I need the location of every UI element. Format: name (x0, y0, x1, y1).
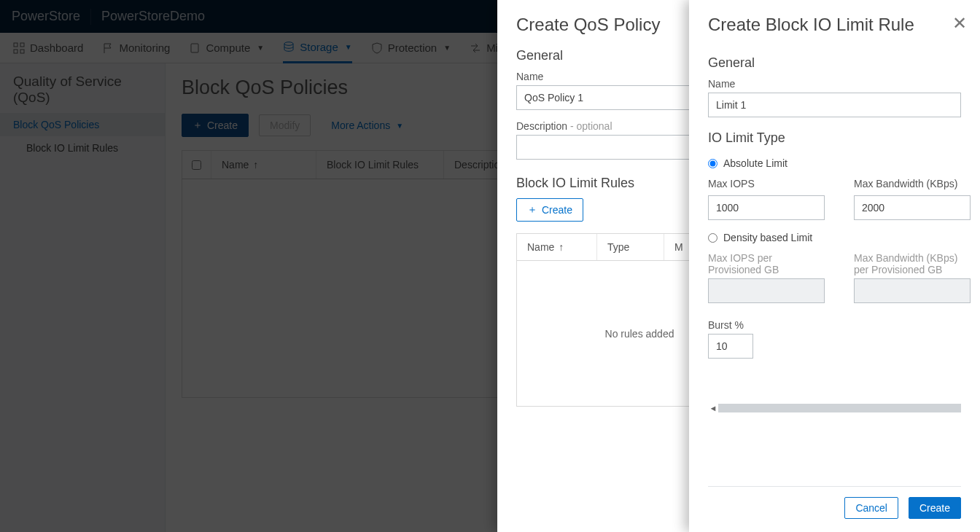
col-type[interactable]: Type (597, 234, 664, 260)
create-rule-button[interactable]: ＋ Create (516, 198, 583, 222)
io-limit-type-heading: IO Limit Type (708, 130, 961, 146)
create-io-limit-rule-panel: ✕ Create Block IO Limit Rule General Nam… (689, 0, 980, 532)
burst-input[interactable] (708, 334, 753, 359)
close-icon[interactable]: ✕ (952, 13, 967, 34)
scroll-left-icon[interactable]: ◄ (708, 404, 718, 412)
create-rule-label: Create (542, 204, 572, 216)
max-iops-gb-input (708, 278, 825, 303)
panel-title: Create Block IO Limit Rule (708, 15, 961, 35)
horizontal-scrollbar[interactable]: ◄ (708, 402, 961, 414)
rules-empty-text: No rules added (605, 328, 674, 340)
cancel-button[interactable]: Cancel (844, 497, 898, 519)
max-bandwidth-label: Max Bandwidth (KBps) (854, 178, 971, 189)
burst-label: Burst % (708, 319, 961, 331)
name-label: Name (708, 78, 961, 90)
section-general: General (708, 55, 961, 71)
create-button[interactable]: Create (909, 497, 961, 519)
density-limit-radio[interactable]: Density based Limit (708, 232, 961, 243)
max-bandwidth-input[interactable] (854, 195, 971, 220)
scroll-track[interactable] (718, 404, 961, 412)
max-iops-label: Max IOPS (708, 178, 825, 189)
max-bw-gb-input (854, 278, 971, 303)
col-name[interactable]: Name↑ (517, 234, 597, 260)
density-limit-radio-input[interactable] (708, 233, 718, 243)
absolute-limit-radio-input[interactable] (708, 159, 718, 168)
max-bw-gb-label: Max Bandwidth (KBps) per Provisioned GB (854, 252, 971, 275)
sort-asc-icon: ↑ (559, 241, 564, 253)
rule-name-input[interactable] (708, 93, 961, 117)
max-iops-input[interactable] (708, 195, 825, 220)
plus-icon: ＋ (527, 203, 537, 216)
max-iops-gb-label: Max IOPS per Provisioned GB (708, 252, 825, 275)
panel-footer: Cancel Create (708, 486, 961, 532)
absolute-limit-radio[interactable]: Absolute Limit (708, 157, 961, 169)
